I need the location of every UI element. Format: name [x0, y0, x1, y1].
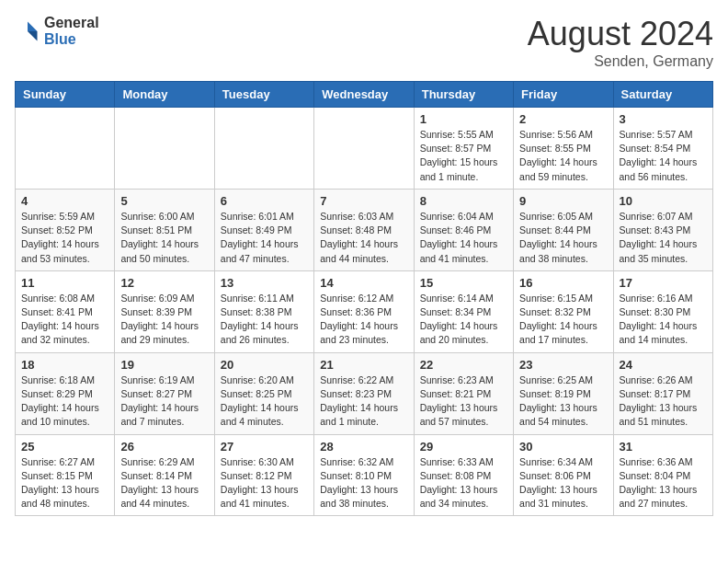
cell-w2-d6: 10Sunrise: 6:07 AM Sunset: 8:43 PM Dayli…: [613, 189, 712, 270]
logo-icon: [15, 18, 40, 44]
day-info: Sunrise: 5:57 AM Sunset: 8:54 PM Dayligh…: [620, 128, 707, 184]
cell-w4-d5: 23Sunrise: 6:25 AM Sunset: 8:19 PM Dayli…: [514, 352, 613, 434]
svg-marker-0: [28, 21, 38, 31]
cell-w1-d6: 3Sunrise: 5:57 AM Sunset: 8:54 PM Daylig…: [613, 108, 712, 190]
cell-w4-d3: 21Sunrise: 6:22 AM Sunset: 8:23 PM Dayli…: [314, 352, 414, 434]
day-info: Sunrise: 5:56 AM Sunset: 8:55 PM Dayligh…: [519, 128, 607, 184]
col-wednesday: Wednesday: [314, 82, 414, 108]
cell-w1-d5: 2Sunrise: 5:56 AM Sunset: 8:55 PM Daylig…: [514, 108, 613, 190]
week-row-3: 11Sunrise: 6:08 AM Sunset: 8:41 PM Dayli…: [16, 270, 713, 352]
day-info: Sunrise: 6:25 AM Sunset: 8:19 PM Dayligh…: [519, 373, 607, 430]
col-thursday: Thursday: [414, 82, 513, 108]
day-number: 4: [21, 194, 108, 208]
cell-w3-d6: 17Sunrise: 6:16 AM Sunset: 8:30 PM Dayli…: [613, 270, 712, 352]
day-info: Sunrise: 6:07 AM Sunset: 8:43 PM Dayligh…: [620, 210, 707, 266]
cell-w1-d2: [214, 108, 313, 190]
day-info: Sunrise: 6:11 AM Sunset: 8:38 PM Dayligh…: [221, 292, 308, 348]
day-number: 21: [320, 358, 407, 372]
day-number: 29: [420, 440, 507, 454]
cell-w4-d0: 18Sunrise: 6:18 AM Sunset: 8:29 PM Dayli…: [16, 352, 115, 434]
cell-w2-d3: 7Sunrise: 6:03 AM Sunset: 8:48 PM Daylig…: [314, 189, 414, 270]
day-number: 28: [320, 440, 407, 454]
day-info: Sunrise: 6:03 AM Sunset: 8:48 PM Dayligh…: [320, 210, 407, 266]
day-info: Sunrise: 6:09 AM Sunset: 8:39 PM Dayligh…: [120, 292, 208, 348]
cell-w5-d2: 27Sunrise: 6:30 AM Sunset: 8:12 PM Dayli…: [214, 434, 313, 516]
svg-marker-1: [28, 31, 38, 41]
day-number: 27: [221, 440, 308, 454]
week-row-2: 4Sunrise: 5:59 AM Sunset: 8:52 PM Daylig…: [16, 189, 713, 270]
week-row-4: 18Sunrise: 6:18 AM Sunset: 8:29 PM Dayli…: [16, 352, 713, 434]
day-info: Sunrise: 6:16 AM Sunset: 8:30 PM Dayligh…: [620, 292, 707, 348]
day-info: Sunrise: 6:01 AM Sunset: 8:49 PM Dayligh…: [221, 210, 308, 266]
day-info: Sunrise: 6:26 AM Sunset: 8:17 PM Dayligh…: [620, 373, 707, 430]
day-info: Sunrise: 5:59 AM Sunset: 8:52 PM Dayligh…: [21, 210, 108, 266]
cell-w2-d2: 6Sunrise: 6:01 AM Sunset: 8:49 PM Daylig…: [214, 189, 313, 270]
day-info: Sunrise: 6:29 AM Sunset: 8:14 PM Dayligh…: [120, 455, 208, 511]
week-row-1: 1Sunrise: 5:55 AM Sunset: 8:57 PM Daylig…: [16, 108, 713, 190]
day-number: 23: [519, 358, 607, 372]
day-number: 3: [620, 112, 707, 126]
day-number: 24: [620, 358, 707, 372]
cell-w3-d0: 11Sunrise: 6:08 AM Sunset: 8:41 PM Dayli…: [16, 270, 115, 352]
day-info: Sunrise: 6:30 AM Sunset: 8:12 PM Dayligh…: [221, 455, 308, 511]
calendar-table: Sunday Monday Tuesday Wednesday Thursday…: [15, 81, 713, 516]
day-info: Sunrise: 6:27 AM Sunset: 8:15 PM Dayligh…: [21, 455, 108, 511]
col-sunday: Sunday: [16, 82, 115, 108]
col-tuesday: Tuesday: [214, 82, 313, 108]
day-number: 20: [221, 358, 308, 372]
day-info: Sunrise: 6:15 AM Sunset: 8:32 PM Dayligh…: [519, 292, 607, 348]
day-number: 17: [620, 276, 707, 290]
day-number: 26: [120, 440, 208, 454]
day-info: Sunrise: 6:36 AM Sunset: 8:04 PM Dayligh…: [620, 455, 707, 511]
day-number: 14: [320, 276, 407, 290]
day-number: 9: [519, 194, 607, 208]
col-friday: Friday: [514, 82, 613, 108]
cell-w3-d3: 14Sunrise: 6:12 AM Sunset: 8:36 PM Dayli…: [314, 270, 414, 352]
cell-w5-d5: 30Sunrise: 6:34 AM Sunset: 8:06 PM Dayli…: [514, 434, 613, 516]
cell-w1-d3: [314, 108, 414, 190]
month-year-title: August 2024: [528, 15, 713, 53]
logo: General Blue: [15, 15, 99, 47]
cell-w5-d4: 29Sunrise: 6:33 AM Sunset: 8:08 PM Dayli…: [414, 434, 513, 516]
cell-w2-d0: 4Sunrise: 5:59 AM Sunset: 8:52 PM Daylig…: [16, 189, 115, 270]
cell-w4-d1: 19Sunrise: 6:19 AM Sunset: 8:27 PM Dayli…: [115, 352, 214, 434]
logo-text: General Blue: [44, 15, 99, 47]
title-section: August 2024 Senden, Germany: [528, 15, 713, 70]
day-number: 6: [221, 194, 308, 208]
col-monday: Monday: [115, 82, 214, 108]
day-number: 15: [420, 276, 507, 290]
cell-w3-d2: 13Sunrise: 6:11 AM Sunset: 8:38 PM Dayli…: [214, 270, 313, 352]
logo-general-label: General: [44, 15, 99, 31]
day-info: Sunrise: 6:32 AM Sunset: 8:10 PM Dayligh…: [320, 455, 407, 511]
day-info: Sunrise: 6:23 AM Sunset: 8:21 PM Dayligh…: [420, 373, 507, 430]
cell-w5-d6: 31Sunrise: 6:36 AM Sunset: 8:04 PM Dayli…: [613, 434, 712, 516]
day-info: Sunrise: 6:14 AM Sunset: 8:34 PM Dayligh…: [420, 292, 507, 348]
day-number: 2: [519, 112, 607, 126]
day-info: Sunrise: 6:08 AM Sunset: 8:41 PM Dayligh…: [21, 292, 108, 348]
day-number: 10: [620, 194, 707, 208]
day-number: 16: [519, 276, 607, 290]
week-row-5: 25Sunrise: 6:27 AM Sunset: 8:15 PM Dayli…: [16, 434, 713, 516]
day-info: Sunrise: 6:18 AM Sunset: 8:29 PM Dayligh…: [21, 373, 108, 430]
day-info: Sunrise: 6:19 AM Sunset: 8:27 PM Dayligh…: [120, 373, 208, 430]
day-info: Sunrise: 6:33 AM Sunset: 8:08 PM Dayligh…: [420, 455, 507, 511]
day-number: 25: [21, 440, 108, 454]
day-info: Sunrise: 5:55 AM Sunset: 8:57 PM Dayligh…: [420, 128, 507, 184]
cell-w5-d1: 26Sunrise: 6:29 AM Sunset: 8:14 PM Dayli…: [115, 434, 214, 516]
cell-w2-d5: 9Sunrise: 6:05 AM Sunset: 8:44 PM Daylig…: [514, 189, 613, 270]
day-number: 19: [120, 358, 208, 372]
day-number: 5: [120, 194, 208, 208]
day-info: Sunrise: 6:34 AM Sunset: 8:06 PM Dayligh…: [519, 455, 607, 511]
cell-w3-d1: 12Sunrise: 6:09 AM Sunset: 8:39 PM Dayli…: [115, 270, 214, 352]
logo-blue-label: Blue: [44, 31, 99, 48]
day-info: Sunrise: 6:00 AM Sunset: 8:51 PM Dayligh…: [120, 210, 208, 266]
cell-w2-d4: 8Sunrise: 6:04 AM Sunset: 8:46 PM Daylig…: [414, 189, 513, 270]
day-number: 30: [519, 440, 607, 454]
day-number: 7: [320, 194, 407, 208]
day-info: Sunrise: 6:05 AM Sunset: 8:44 PM Dayligh…: [519, 210, 607, 266]
location-subtitle: Senden, Germany: [528, 53, 713, 70]
day-info: Sunrise: 6:04 AM Sunset: 8:46 PM Dayligh…: [420, 210, 507, 266]
header-row: Sunday Monday Tuesday Wednesday Thursday…: [16, 82, 713, 108]
header: General Blue August 2024 Senden, Germany: [15, 15, 713, 70]
col-saturday: Saturday: [613, 82, 712, 108]
